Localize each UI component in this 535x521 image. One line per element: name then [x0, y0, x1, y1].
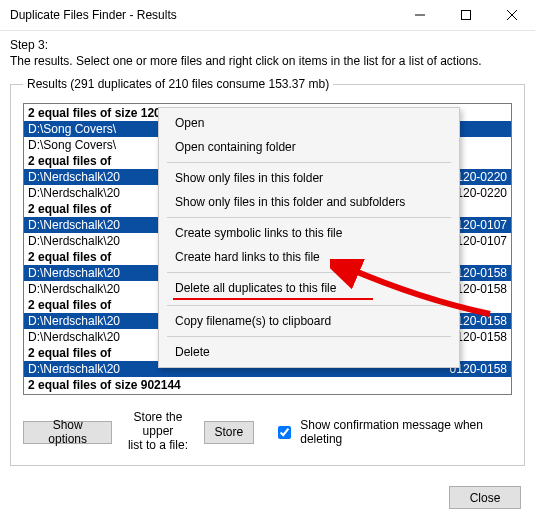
step-area: Step 3: The results. Select one or more … — [0, 31, 535, 77]
store-label: Store the upperlist to a file: — [122, 411, 193, 452]
menu-item[interactable]: Show only files in this folder and subfo… — [161, 190, 457, 214]
maximize-button[interactable] — [443, 0, 489, 30]
step-description: The results. Select one or more files an… — [10, 53, 525, 69]
close-window-button[interactable] — [489, 0, 535, 30]
menu-item[interactable]: Open — [161, 111, 457, 135]
row-text: 2 equal files of size 902144 — [28, 377, 507, 393]
results-legend: Results (291 duplicates of 210 files con… — [23, 77, 333, 91]
results-toolbar: Show options Store the upperlist to a fi… — [23, 411, 512, 452]
minimize-button[interactable] — [397, 0, 443, 30]
close-button[interactable]: Close — [449, 486, 521, 509]
menu-separator — [167, 336, 451, 337]
menu-item[interactable]: Show only files in this folder — [161, 166, 457, 190]
window-title: Duplicate Files Finder - Results — [10, 8, 177, 22]
menu-separator — [167, 272, 451, 273]
row-text: D:\Nerdschalk\PowerToys\modules\ColorPic… — [28, 393, 507, 395]
dialog-footer: Close — [449, 486, 521, 509]
confirm-delete-label: Show confirmation message when deleting — [300, 418, 512, 446]
menu-item[interactable]: Delete — [161, 340, 457, 364]
menu-separator — [167, 162, 451, 163]
confirm-delete-option[interactable]: Show confirmation message when deleting — [274, 418, 512, 446]
window-controls — [397, 0, 535, 30]
context-menu[interactable]: OpenOpen containing folderShow only file… — [158, 107, 460, 368]
menu-item[interactable]: Copy filename(s) to clipboard — [161, 309, 457, 333]
menu-item[interactable]: Create hard links to this file — [161, 245, 457, 269]
close-icon — [507, 10, 517, 20]
group-header-row[interactable]: 2 equal files of size 902144 — [24, 377, 511, 393]
svg-rect-1 — [462, 11, 471, 20]
step-heading: Step 3: — [10, 37, 525, 53]
results-list[interactable]: 2 equal files of size 120958327D:\Song C… — [23, 103, 512, 395]
menu-separator — [167, 305, 451, 306]
menu-item[interactable]: Open containing folder — [161, 135, 457, 159]
results-group: Results (291 duplicates of 210 files con… — [10, 77, 525, 465]
titlebar: Duplicate Files Finder - Results — [0, 0, 535, 31]
minimize-icon — [415, 10, 425, 20]
menu-item[interactable]: Create symbolic links to this file — [161, 221, 457, 245]
file-row[interactable]: D:\Nerdschalk\PowerToys\modules\ColorPic… — [24, 393, 511, 395]
confirm-delete-checkbox[interactable] — [278, 426, 291, 439]
maximize-icon — [461, 10, 471, 20]
store-button[interactable]: Store — [204, 421, 255, 444]
show-options-button[interactable]: Show options — [23, 421, 112, 444]
menu-separator — [167, 217, 451, 218]
menu-item[interactable]: Delete all duplicates to this file — [161, 276, 457, 300]
annotation-underline — [173, 298, 373, 300]
